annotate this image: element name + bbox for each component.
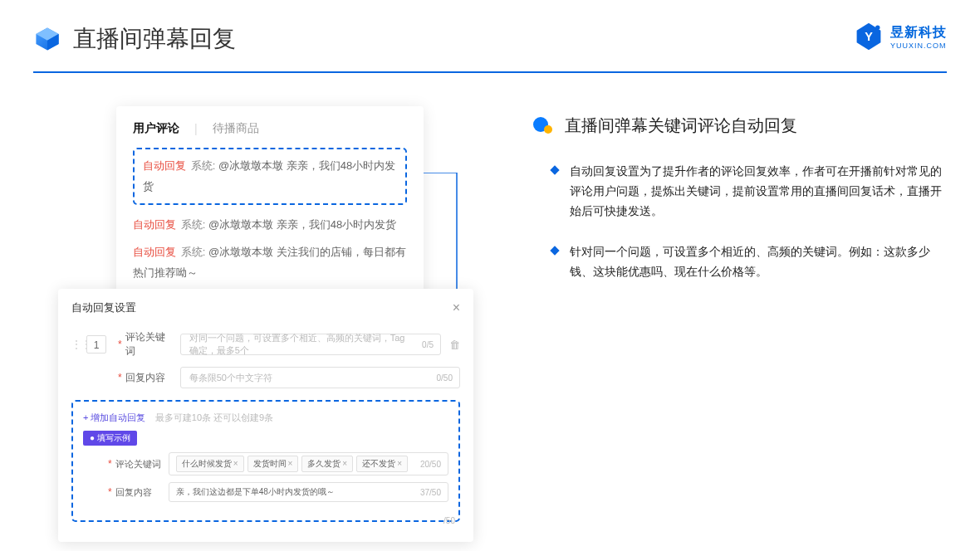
example-reply-row: * 回复内容 亲，我们这边都是下单48小时内发货的哦～ 37/50 <box>83 482 448 502</box>
logo-domain: YUUXIN.COM <box>890 41 947 50</box>
highlighted-comment: 自动回复 系统: @冰墩墩本墩 亲亲，我们48小时内发货 <box>133 148 407 205</box>
keyword-tag[interactable]: 发货时间× <box>247 456 299 472</box>
comments-tabs: 用户评论 | 待播商品 <box>133 121 407 136</box>
reply-row: * 回复内容 每条限50个中文字符 0/50 <box>71 367 460 388</box>
delete-icon[interactable]: 🗑 <box>449 339 460 351</box>
cube-icon <box>33 25 61 53</box>
keyword-tag[interactable]: 多久发货× <box>301 456 353 472</box>
svg-point-4 <box>875 26 880 30</box>
reply-counter: 0/50 <box>437 373 453 383</box>
brand-logo: Y 昱新科技 YUUXIN.COM <box>854 22 947 51</box>
example-badge: ● 填写示例 <box>83 431 137 446</box>
tab-pending-products[interactable]: 待播商品 <box>213 121 259 136</box>
diamond-bullet-icon <box>550 165 559 174</box>
example-keyword-input[interactable]: 什么时候发货× 发货时间× 多久发货× 还不发货× 20/50 <box>169 452 448 475</box>
svg-point-6 <box>544 125 552 134</box>
example-section: + 增加自动回复 最多可建10条 还可以创建9条 ● 填写示例 * 评论关键词 … <box>71 400 460 522</box>
add-auto-reply-link[interactable]: + 增加自动回复 <box>83 412 145 422</box>
reply-input[interactable]: 每条限50个中文字符 0/50 <box>180 367 460 388</box>
logo-icon: Y <box>854 22 884 51</box>
example-reply-counter: 37/50 <box>420 488 441 497</box>
drag-handle-icon[interactable]: ⋮⋮ <box>71 339 81 350</box>
auto-reply-settings-dialog: 自动回复设置 × ⋮⋮ 1 * 评论关键词 对同一个问题，可设置多个相近、高频的… <box>58 289 473 542</box>
svg-text:Y: Y <box>865 30 873 43</box>
tab-user-comments[interactable]: 用户评论 <box>133 121 179 136</box>
bullet-item: 针对同一个问题，可设置多个相近的、高频的关键词。例如：这款多少钱、这块能优惠吗、… <box>532 242 947 282</box>
reply-label: 回复内容 <box>125 371 172 385</box>
stray-counter: /50 <box>443 516 455 525</box>
bullet-text: 针对同一个问题，可设置多个相近的、高频的关键词。例如：这款多少钱、这块能优惠吗、… <box>570 242 947 282</box>
required-mark: * <box>118 372 122 383</box>
example-keyword-row: * 评论关键词 什么时候发货× 发货时间× 多久发货× 还不发货× 20/50 <box>83 452 448 475</box>
logo-name: 昱新科技 <box>890 24 947 41</box>
keyword-row: ⋮⋮ 1 * 评论关键词 对同一个问题，可设置多个相近、高频的关键词，Tag确定… <box>71 330 460 358</box>
example-reply-input[interactable]: 亲，我们这边都是下单48小时内发货的哦～ 37/50 <box>169 482 448 502</box>
keyword-label: 评论关键词 <box>125 330 172 358</box>
add-hint: 最多可建10条 还可以创建9条 <box>155 412 273 422</box>
required-mark: * <box>118 339 122 350</box>
diamond-bullet-icon <box>550 246 559 256</box>
example-keyword-label: 评论关键词 <box>115 458 162 471</box>
auto-reply-tag: 自动回复 <box>143 159 186 172</box>
close-icon[interactable]: × <box>453 300 460 315</box>
keyword-counter: 0/5 <box>422 340 434 349</box>
screenshots-area: 用户评论 | 待播商品 自动回复 系统: @冰墩墩本墩 亲亲，我们48小时内发货… <box>66 106 490 505</box>
example-keyword-counter: 20/50 <box>420 460 441 469</box>
bullet-item: 自动回复设置为了提升作者的评论回复效率，作者可在开播前针对常见的评论用户问题，提… <box>532 162 947 221</box>
keyword-input[interactable]: 对同一个问题，可设置多个相近、高频的关键词，Tag确定，最多5个 0/5 <box>180 334 441 355</box>
page-header: 直播间弹幕回复 Y 昱新科技 YUUXIN.COM <box>0 0 980 55</box>
bullet-text: 自动回复设置为了提升作者的评论回复效率，作者可在开播前针对常见的评论用户问题，提… <box>570 162 947 221</box>
tab-separator: | <box>194 122 198 135</box>
keyword-tag[interactable]: 什么时候发货× <box>176 456 244 472</box>
page-title: 直播间弹幕回复 <box>73 23 236 55</box>
comment-row: 自动回复 系统: @冰墩墩本墩 关注我们的店铺，每日都有热门推荐呦～ <box>133 242 407 283</box>
sequence-number: 1 <box>86 335 106 354</box>
dialog-title: 自动回复设置 <box>71 300 136 315</box>
system-tag: 系统: <box>191 159 216 172</box>
comment-row: 自动回复 系统: @冰墩墩本墩 亲亲，我们48小时内发货 <box>133 215 407 236</box>
keyword-tag[interactable]: 还不发货× <box>356 456 408 472</box>
bubble-icon <box>532 116 555 136</box>
example-reply-label: 回复内容 <box>115 486 162 499</box>
description-column: 直播间弹幕关键词评论自动回复 自动回复设置为了提升作者的评论回复效率，作者可在开… <box>490 106 947 505</box>
section-title: 直播间弹幕关键词评论自动回复 <box>565 115 797 137</box>
